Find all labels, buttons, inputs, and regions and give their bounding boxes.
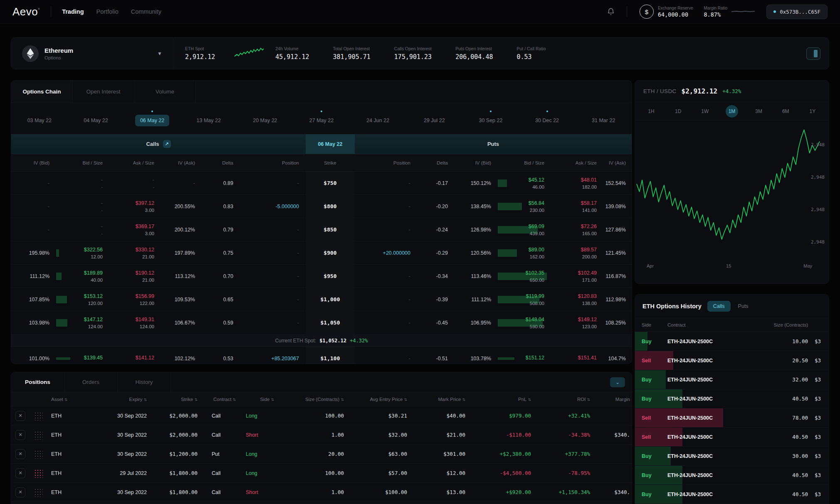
positions-header-size-contracts-[interactable]: Size (Contracts)⇅ — [277, 397, 346, 402]
calls-bid-size[interactable]: $153.12120.00 — [56, 293, 109, 306]
calls-bid-size[interactable]: $147.12124.00 — [56, 317, 109, 329]
positions-header-pnl[interactable]: PnL⇅ — [468, 397, 534, 402]
puts-ask-size[interactable]: $89.57200.00 — [551, 247, 603, 259]
expiry-date-24-jun-22[interactable]: 24 Jun 22 — [350, 111, 406, 126]
expiry-date-29-jul-22[interactable]: 29 Jul 22 — [406, 111, 462, 126]
range-6m[interactable]: 6M — [779, 105, 792, 118]
calls-ask-size[interactable]: $190.1221.00 — [109, 270, 161, 283]
range-1m[interactable]: 1M — [726, 105, 738, 118]
close-position-button[interactable]: ✕ — [15, 468, 25, 478]
calls-bid-size[interactable]: -- — [56, 224, 109, 236]
range-3m[interactable]: 3M — [753, 105, 765, 118]
price-chart[interactable]: 2,9482,9482,9482,948 — [635, 120, 829, 258]
puts-bid-size[interactable]: $119.99508.00 — [498, 293, 551, 306]
calls-ask-size[interactable]: $156.99122.00 — [109, 293, 161, 306]
puts-bid-size[interactable]: $45.1246.00 — [498, 177, 551, 189]
range-1d[interactable]: 1D — [672, 105, 684, 118]
positions-header-contract[interactable]: Contract⇅ — [200, 397, 238, 402]
expiry-date-30-sep-22[interactable]: 30 Sep 22 — [462, 111, 519, 126]
chain-tab-open-interest[interactable]: Open Interest — [73, 81, 134, 103]
chain-tab-volume[interactable]: Volume — [134, 81, 196, 103]
positions-header-roi[interactable]: ROI⇅ — [534, 397, 593, 402]
collapse-panel-button[interactable]: ⌄ — [610, 377, 625, 387]
positions-header-asset[interactable]: Asset⇅ — [51, 397, 87, 402]
nav-tab-portfolio[interactable]: Portfolio — [96, 8, 119, 15]
panel-toggle-icon[interactable] — [806, 47, 820, 60]
puts-delta: -0.39 — [417, 297, 455, 302]
calls-ask-size[interactable]: $141.12 — [109, 355, 161, 362]
trade-price: $3 — [808, 376, 829, 383]
calls-ask-size[interactable]: -- — [109, 177, 161, 189]
positions-header-avg-entry-price[interactable]: Avg Entry Price⇅ — [346, 397, 410, 402]
close-position-button[interactable]: ✕ — [15, 430, 25, 440]
aevo-logo[interactable]: Aevo° — [12, 5, 40, 18]
positions-tab-history[interactable]: History — [118, 372, 171, 392]
puts-bid-size[interactable]: $56.84230.00 — [498, 200, 551, 213]
expiry-date-20-may-22[interactable]: 20 May 22 — [237, 111, 294, 126]
trade-contract: ETH-24JUN-2500C — [667, 453, 755, 459]
puts-position: +20.000000 — [355, 250, 417, 256]
position-contract: Call — [200, 432, 238, 438]
calls-bid-size[interactable]: $189.8940.00 — [56, 270, 109, 283]
puts-ask-size[interactable]: $149.12123.00 — [551, 317, 603, 329]
puts-ask-size[interactable]: $102.49171.00 — [551, 270, 603, 283]
puts-bid-size[interactable]: $102.35650.00 — [498, 270, 551, 283]
history-tab-calls[interactable]: Calls — [707, 301, 731, 312]
position-asset: ETH — [51, 413, 87, 419]
chain-tab-options-chain[interactable]: Options Chain — [11, 81, 73, 103]
puts-bid-size[interactable]: $89.00162.00 — [498, 247, 551, 259]
calls-iv-bid: 107.85% — [11, 297, 56, 302]
close-position-button[interactable]: ✕ — [15, 487, 25, 497]
puts-ask-size[interactable]: $151.41 — [551, 355, 603, 362]
trade-size: 40.50 — [755, 491, 808, 497]
expiry-date-31-mar-22[interactable]: 31 Mar 22 — [575, 111, 632, 126]
puts-bid-size[interactable]: $69.09439.00 — [498, 224, 551, 236]
puts-ask-size[interactable]: $48.01182.00 — [551, 177, 603, 189]
trade-side: Sell — [642, 434, 667, 440]
calls-section-link[interactable]: Calls ↗ — [11, 134, 306, 154]
calls-bid-size[interactable]: $322.5612.00 — [56, 247, 109, 259]
puts-iv-ask: 104.7% — [603, 356, 632, 361]
trade-side: Buy — [642, 339, 667, 344]
close-position-button[interactable]: ✕ — [15, 449, 25, 459]
asset-selector[interactable]: Ethereum Options ▼ — [11, 38, 173, 69]
range-1w[interactable]: 1W — [699, 105, 711, 118]
puts-ask-size[interactable]: $120.83138.00 — [551, 293, 603, 306]
trade-price: $3 — [808, 338, 829, 344]
positions-tab-positions[interactable]: Positions — [11, 372, 64, 392]
calls-position: - — [240, 297, 306, 302]
history-tab-puts[interactable]: Puts — [732, 301, 754, 312]
notifications-bell-icon[interactable] — [607, 7, 615, 16]
positions-header-expiry[interactable]: Expiry⇅ — [87, 397, 149, 402]
expiry-date-13-may-22[interactable]: 13 May 22 — [180, 111, 237, 126]
puts-ask-size[interactable]: $58.17141.00 — [551, 200, 603, 213]
nav-tab-trading[interactable]: Trading — [62, 8, 84, 15]
puts-bid-size[interactable]: $151.12 — [498, 355, 551, 362]
positions-panel: PositionsOrdersHistory⌄ Asset⇅Expiry⇅Str… — [11, 372, 632, 504]
range-1y[interactable]: 1Y — [806, 105, 819, 118]
expiry-date-06-may-22[interactable]: 06 May 22 — [124, 111, 180, 126]
calls-ask-size[interactable]: $369.173.00 — [109, 224, 161, 236]
calls-ask-size[interactable]: $397.123.00 — [109, 200, 161, 213]
positions-header-side[interactable]: Side⇅ — [238, 397, 277, 402]
wallet-address-chip[interactable]: 0x573B...C65F — [766, 5, 828, 19]
band-expiry-chip: 06 May 22 — [306, 134, 355, 154]
puts-ask-size[interactable]: $72.26165.00 — [551, 224, 603, 236]
expiry-date-27-may-22[interactable]: 27 May 22 — [293, 111, 350, 126]
calls-ask-size[interactable]: $149.31124.00 — [109, 317, 161, 329]
positions-tab-orders[interactable]: Orders — [64, 372, 118, 392]
expiry-date-30-dec-22[interactable]: 30 Dec 22 — [519, 111, 576, 126]
expiry-date-04-may-22[interactable]: 04 May 22 — [68, 111, 124, 126]
range-1h[interactable]: 1H — [645, 105, 657, 118]
calls-ask-size[interactable]: $330.1221.00 — [109, 247, 161, 259]
nav-tab-community[interactable]: Community — [131, 8, 161, 15]
top-nav: Aevo° TradingPortfolioCommunity $ Exchan… — [0, 0, 840, 24]
calls-bid-size[interactable]: -- — [56, 177, 109, 189]
positions-header-strike[interactable]: Strike⇅ — [149, 397, 200, 402]
close-position-button[interactable]: ✕ — [15, 411, 25, 421]
expiry-date-03-may-22[interactable]: 03 May 22 — [11, 111, 68, 126]
calls-bid-size[interactable]: -- — [56, 200, 109, 213]
calls-bid-size[interactable]: $139.45 — [56, 355, 109, 362]
positions-header-mark-price[interactable]: Mark Price⇅ — [410, 397, 468, 402]
puts-bid-size[interactable]: $148.04590.00 — [498, 317, 551, 329]
